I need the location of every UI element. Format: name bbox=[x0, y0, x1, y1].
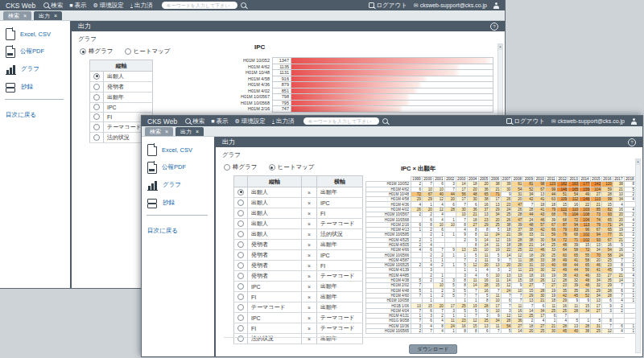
sidebar-item-excel-csv[interactable]: Excel, CSV bbox=[147, 144, 214, 155]
radio-icon[interactable] bbox=[237, 231, 244, 237]
sidebar-item-excel-csv[interactable]: Excel, CSV bbox=[6, 28, 70, 39]
menu-exported[interactable]: ↓出力済 bbox=[272, 117, 295, 126]
sidebar-item-abstract[interactable]: 抄録 bbox=[147, 197, 214, 208]
close-icon[interactable]: × bbox=[54, 13, 57, 19]
axis-pair-row[interactable]: 発明者 × FI bbox=[234, 261, 363, 271]
panel-header: 出力? bbox=[72, 21, 505, 31]
radio-icon[interactable] bbox=[93, 84, 100, 90]
tab-search-label: 検索 bbox=[8, 12, 19, 20]
help-icon[interactable]: ? bbox=[490, 23, 498, 31]
scrollbar[interactable]: ▲ bbox=[635, 158, 641, 353]
back-to-toc-link[interactable]: 目次に戻る bbox=[147, 227, 178, 235]
heatmap-table: 1999200020012002200320042005200620072008… bbox=[365, 176, 636, 334]
axis-pair-row[interactable]: IPC × テーマコード bbox=[234, 313, 363, 323]
vertical-axis-label: 出願人 bbox=[248, 219, 302, 229]
tab-output[interactable]: 出力× bbox=[34, 11, 62, 20]
radio-icon[interactable] bbox=[237, 241, 244, 248]
axis-pair-row[interactable]: FI × 出願年 bbox=[234, 292, 363, 302]
user-icon[interactable] bbox=[493, 2, 499, 9]
keyword-input[interactable] bbox=[162, 2, 237, 9]
axis-pair-row[interactable]: 発明者 × 出願年 bbox=[234, 240, 363, 250]
vertical-axis-label: 出願人 bbox=[248, 229, 302, 240]
radio-icon[interactable] bbox=[237, 325, 244, 331]
sidebar-item-graph[interactable]: グラフ bbox=[147, 179, 214, 191]
axis-pair-row[interactable]: IPC × 出願年 bbox=[234, 282, 363, 292]
tab-search[interactable]: 検索× bbox=[3, 11, 31, 20]
radio-bar-graph[interactable]: 棒グラフ bbox=[224, 163, 258, 171]
keyword-input[interactable] bbox=[303, 117, 379, 125]
vertical-axis-label: テーマコード bbox=[248, 302, 302, 313]
bar-category-label: H01M 10/0568 bbox=[228, 100, 273, 106]
search-submit-icon[interactable] bbox=[241, 2, 246, 8]
radio-icon[interactable] bbox=[237, 252, 244, 258]
radio-icon[interactable] bbox=[93, 124, 100, 130]
radio-icon[interactable] bbox=[237, 304, 244, 311]
year-header: 2017 bbox=[613, 177, 624, 182]
heatmap-cell: 20 bbox=[523, 328, 535, 333]
search-submit-icon[interactable] bbox=[382, 118, 388, 124]
sidebar-item-pdf[interactable]: 公報PDF bbox=[147, 162, 214, 173]
sidebar-item-abstract[interactable]: 抄録 bbox=[6, 81, 70, 93]
axis-option-row[interactable]: IPC bbox=[90, 103, 153, 113]
radio-icon[interactable] bbox=[93, 134, 100, 141]
axis-option-row[interactable]: 発明者 bbox=[90, 82, 153, 93]
radio-icon[interactable] bbox=[237, 200, 244, 206]
radio-icon[interactable] bbox=[237, 220, 244, 227]
radio-icon[interactable] bbox=[93, 94, 100, 101]
axis-pair-row[interactable]: 発明者 × テーマコード bbox=[234, 271, 363, 282]
menu-view[interactable]: ■表示 bbox=[211, 117, 228, 126]
help-icon[interactable]: ? bbox=[628, 138, 636, 146]
back-to-toc-link[interactable]: 目次に戻る bbox=[6, 111, 36, 119]
user-icon[interactable] bbox=[631, 118, 637, 125]
radio-icon[interactable] bbox=[93, 113, 100, 120]
menu-exported[interactable]: ↓出力済 bbox=[130, 2, 153, 10]
menu-view[interactable]: ■表示 bbox=[69, 2, 86, 10]
radio-heatmap[interactable]: ヒートマップ bbox=[269, 163, 315, 171]
top-bar: CKS Web 検索 ■表示 ⚙環境設定 ↓出力済 ログアウト ✉cksweb-… bbox=[142, 116, 642, 126]
download-button[interactable]: ダウンロード bbox=[409, 344, 457, 354]
menu-search-label: 検索 bbox=[51, 2, 63, 10]
axis-pair-row[interactable]: 出願人 × FI bbox=[234, 208, 363, 219]
axis-pair-row[interactable]: FI × テーマコード bbox=[234, 323, 363, 334]
radio-icon[interactable] bbox=[237, 315, 244, 321]
pdf-icon bbox=[6, 46, 15, 58]
close-icon[interactable]: × bbox=[23, 13, 27, 19]
bar-category-label: H01M 4/58 bbox=[228, 76, 273, 82]
menu-search[interactable]: 検索 bbox=[185, 117, 204, 126]
sidebar-item-graph[interactable]: グラフ bbox=[6, 64, 70, 75]
close-icon[interactable]: × bbox=[165, 129, 168, 134]
radio-heatmap[interactable]: ヒートマップ bbox=[125, 47, 171, 56]
radio-icon[interactable] bbox=[237, 262, 244, 269]
menu-settings[interactable]: ⚙環境設定 bbox=[234, 117, 265, 126]
axis-pair-row[interactable]: 出願人 × IPC bbox=[234, 198, 363, 208]
axis-option-row[interactable]: 出願人 bbox=[90, 72, 153, 82]
radio-icon[interactable] bbox=[93, 104, 100, 110]
axis-pair-row[interactable]: 出願人 × テーマコード bbox=[234, 219, 363, 229]
heatmap-cell: 25 bbox=[535, 328, 546, 333]
radio-icon[interactable] bbox=[93, 73, 100, 80]
axis-option-row[interactable]: 出願年 bbox=[90, 93, 153, 103]
axis-pair-row[interactable]: 法的状況 × 出願年 bbox=[234, 334, 363, 344]
scroll-up-icon[interactable]: ▲ bbox=[498, 44, 502, 50]
sidebar-item-pdf[interactable]: 公報PDF bbox=[6, 46, 70, 57]
radio-icon[interactable] bbox=[237, 294, 244, 300]
axis-pair-row[interactable]: 発明者 × IPC bbox=[234, 250, 363, 261]
radio-icon[interactable] bbox=[237, 189, 244, 195]
axis-pair-row[interactable]: 出願人 × 出願年 bbox=[234, 187, 363, 198]
radio-icon[interactable] bbox=[237, 210, 244, 216]
bar-chart-table: H01M 10/052 1347 H01M 4/62 1135 H01M 10/… bbox=[228, 57, 493, 113]
axis-pair-row[interactable]: 出願人 × 法的状況 bbox=[234, 229, 363, 240]
axis-pair-row[interactable]: テーマコード × 出願年 bbox=[234, 302, 363, 313]
scroll-up-icon[interactable]: ▲ bbox=[636, 159, 640, 165]
radio-icon[interactable] bbox=[237, 283, 244, 290]
radio-bar-graph[interactable]: 棒グラフ bbox=[80, 47, 114, 56]
logout-button[interactable]: ログアウト bbox=[369, 2, 407, 10]
menu-settings[interactable]: ⚙環境設定 bbox=[93, 2, 123, 10]
logout-button[interactable]: ログアウト bbox=[506, 117, 544, 126]
radio-icon[interactable] bbox=[237, 273, 244, 279]
tab-search[interactable]: 検索× bbox=[145, 127, 173, 136]
tab-output[interactable]: 出力× bbox=[175, 127, 204, 136]
menu-search[interactable]: 検索 bbox=[43, 2, 63, 10]
radio-icon[interactable] bbox=[237, 335, 244, 342]
close-icon[interactable]: × bbox=[196, 129, 199, 134]
